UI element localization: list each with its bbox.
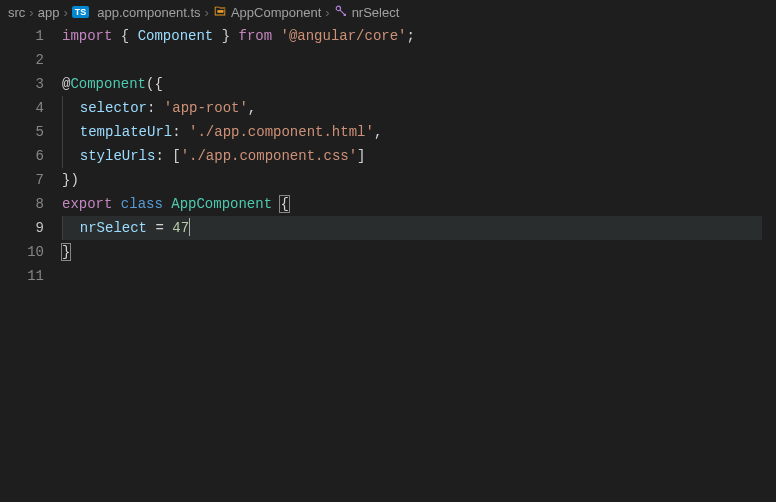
keyword: class: [121, 196, 163, 212]
keyword: export: [62, 196, 112, 212]
property: templateUrl: [80, 124, 172, 140]
breadcrumb-item-app[interactable]: app: [38, 5, 60, 20]
breadcrumb-item-file[interactable]: TS app.component.ts: [72, 5, 201, 20]
punct: ]: [357, 148, 365, 164]
class-symbol-icon: [213, 4, 227, 21]
string: './app.component.html': [189, 124, 374, 140]
punct: ;: [407, 28, 415, 44]
vertical-scrollbar[interactable]: [762, 24, 776, 502]
code-line[interactable]: import { Component } from '@angular/core…: [62, 24, 776, 48]
breadcrumb-label: app.component.ts: [97, 5, 200, 20]
line-number: 3: [0, 72, 44, 96]
line-number-gutter: 1 2 3 4 5 6 7 8 9 10 11: [0, 24, 62, 502]
code-editor[interactable]: 1 2 3 4 5 6 7 8 9 10 11 import { Compone…: [0, 24, 776, 502]
breadcrumb-label: src: [8, 5, 25, 20]
line-number: 8: [0, 192, 44, 216]
line-number: 5: [0, 120, 44, 144]
punct: }: [222, 28, 230, 44]
code-line[interactable]: [62, 264, 776, 288]
method-symbol-icon: [334, 4, 348, 21]
punct: ): [70, 172, 78, 188]
code-line[interactable]: selector: 'app-root',: [62, 96, 776, 120]
punct: [: [172, 148, 180, 164]
code-area[interactable]: import { Component } from '@angular/core…: [62, 24, 776, 502]
breadcrumb-item-class[interactable]: AppComponent: [213, 4, 321, 21]
string: './app.component.css': [181, 148, 357, 164]
punct: {: [121, 28, 129, 44]
typescript-icon: TS: [72, 6, 90, 18]
property: selector: [80, 100, 147, 116]
code-line[interactable]: templateUrl: './app.component.html',: [62, 120, 776, 144]
line-number: 6: [0, 144, 44, 168]
matching-brace: {: [279, 195, 289, 213]
identifier: nrSelect: [80, 220, 147, 236]
keyword: from: [238, 28, 272, 44]
operator: =: [155, 220, 163, 236]
svg-rect-0: [217, 10, 223, 13]
line-number: 4: [0, 96, 44, 120]
punct: :: [155, 148, 163, 164]
breadcrumb-label: AppComponent: [231, 5, 321, 20]
class-name: AppComponent: [171, 196, 272, 212]
breadcrumb: src › app › TS app.component.ts › AppCom…: [0, 0, 776, 24]
decorator: Component: [70, 76, 146, 92]
line-number: 11: [0, 264, 44, 288]
number: 47: [172, 220, 189, 236]
line-number: 1: [0, 24, 44, 48]
punct: :: [172, 124, 180, 140]
code-line[interactable]: export class AppComponent {: [62, 192, 776, 216]
breadcrumb-label: nrSelect: [352, 5, 400, 20]
line-number: 7: [0, 168, 44, 192]
identifier: Component: [138, 28, 214, 44]
code-line[interactable]: }): [62, 168, 776, 192]
text-cursor: [189, 218, 190, 236]
code-line[interactable]: styleUrls: ['./app.component.css']: [62, 144, 776, 168]
line-number: 10: [0, 240, 44, 264]
property: styleUrls: [80, 148, 156, 164]
code-line[interactable]: }: [62, 240, 776, 264]
punct: ,: [248, 100, 256, 116]
line-number-active: 9: [0, 216, 44, 240]
chevron-right-icon: ›: [29, 5, 33, 20]
chevron-right-icon: ›: [63, 5, 67, 20]
breadcrumb-item-src[interactable]: src: [8, 5, 25, 20]
matching-brace: }: [61, 243, 71, 261]
code-line[interactable]: @Component({: [62, 72, 776, 96]
code-line-active[interactable]: nrSelect = 47: [62, 216, 776, 240]
string: 'app-root': [164, 100, 248, 116]
chevron-right-icon: ›: [205, 5, 209, 20]
breadcrumb-label: app: [38, 5, 60, 20]
line-number: 2: [0, 48, 44, 72]
svg-point-1: [336, 6, 340, 10]
keyword: import: [62, 28, 112, 44]
chevron-right-icon: ›: [325, 5, 329, 20]
string: '@angular/core': [281, 28, 407, 44]
code-line[interactable]: [62, 48, 776, 72]
punct: ,: [374, 124, 382, 140]
breadcrumb-item-member[interactable]: nrSelect: [334, 4, 400, 21]
punct: :: [147, 100, 155, 116]
punct: {: [154, 76, 162, 92]
